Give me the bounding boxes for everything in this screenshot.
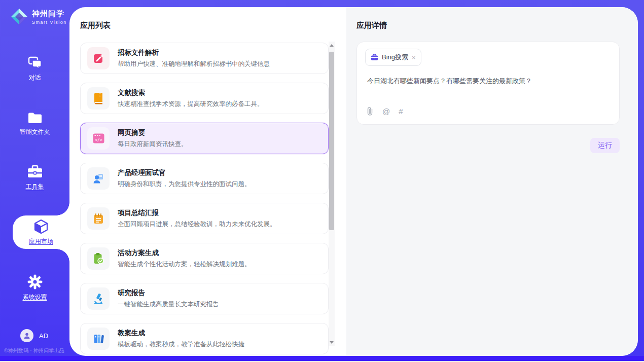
tool-chip-bing-search[interactable]: Bing搜索 × xyxy=(365,49,421,66)
chip-close-icon[interactable]: × xyxy=(412,54,416,61)
sidebar-item-toolset[interactable]: 工具集 xyxy=(0,165,69,191)
app-description: 每日政府新闻资讯快查。 xyxy=(118,140,188,149)
interviewer-icon xyxy=(92,172,104,185)
person-icon xyxy=(23,332,30,339)
cube-icon xyxy=(33,219,49,234)
sidebar-item-smart-folder[interactable]: 智能文件夹 xyxy=(0,112,69,136)
arrow-down-icon xyxy=(330,341,334,344)
app-name: 网页摘要 xyxy=(118,128,188,137)
copyright-text: ©神州数码 · 神州问学出品 xyxy=(0,347,69,354)
app-name: 项目总结汇报 xyxy=(118,208,276,218)
brand-tagline: Smart Vision xyxy=(32,20,67,25)
app-detail-panel: 应用详情 Bing搜索 × 今日湖北有哪些新闻要点？有哪些需要关注的最新政策？ xyxy=(346,7,638,356)
sidebar-item-chat[interactable]: 对话 xyxy=(0,56,69,82)
document-edit-icon xyxy=(92,52,104,64)
scroll-up-button[interactable] xyxy=(329,42,335,49)
app-name: 研究报告 xyxy=(118,288,219,298)
app-card-pm-interviewer[interactable]: 产品经理面试官 明确身份和职责，为您提供专业性的面试问题。 xyxy=(80,163,329,194)
app-detail-title: 应用详情 xyxy=(356,21,387,30)
app-description: 一键智能生成高质量长文本研究报告 xyxy=(118,300,219,309)
app-description: 全面回顾项目进展，总结经验教训，助力未来优化发展。 xyxy=(118,220,276,229)
app-icon-tile xyxy=(87,287,110,310)
sidebar-item-label: 系统设置 xyxy=(23,293,47,302)
list-scrollbar[interactable] xyxy=(329,42,335,346)
app-icon-tile xyxy=(87,87,110,110)
app-card-lesson-plan[interactable]: 教案生成 模板驱动，教案秒成，教学准备从此轻松快捷 xyxy=(80,323,329,354)
app-icon-tile xyxy=(87,207,110,230)
app-description: 帮助用户快速、准确地理解和解析招标书中的关键信息 xyxy=(118,60,270,68)
app-icon-tile xyxy=(87,47,110,69)
sidebar-item-settings[interactable]: 系统设置 xyxy=(0,274,69,302)
prompt-card: Bing搜索 × 今日湖北有哪些新闻要点？有哪些需要关注的最新政策？ @ # xyxy=(356,42,620,125)
app-description: 模板驱动，教案秒成，教学准备从此轻松快捷 xyxy=(118,340,244,349)
browser-code-icon: </> xyxy=(92,133,105,144)
paperclip-icon[interactable] xyxy=(366,107,374,116)
sidebar-item-label: 应用市场 xyxy=(29,237,53,246)
sidebar-item-label: 对话 xyxy=(29,74,41,82)
app-icon-tile xyxy=(87,247,110,270)
app-card-research-report[interactable]: 研究报告 一键智能生成高质量长文本研究报告 xyxy=(80,283,329,314)
diamond-logo-icon xyxy=(10,8,28,26)
app-description: 智能生成个性化活动方案，轻松解决规划难题。 xyxy=(118,260,251,269)
composer-toolbar: @ # xyxy=(366,107,403,116)
microscope-icon xyxy=(92,293,104,305)
app-icon-tile xyxy=(87,167,110,190)
app-name: 文献搜索 xyxy=(118,88,264,97)
book-icon xyxy=(93,92,104,104)
main-content: 应用列表 招标文件解析 帮助用户快速、准确地理解和解析招标书中的关键信息 xyxy=(69,7,638,356)
svg-text:</>: </> xyxy=(95,138,102,142)
app-card-literature-search[interactable]: 文献搜索 快速精准查找学术资源，提高研究效率的必备工具。 xyxy=(80,83,329,114)
toolbox-icon xyxy=(27,165,43,179)
gear-icon xyxy=(27,274,43,289)
app-window: 神州问学 Smart Vision 对话 智能文件夹 xyxy=(0,0,644,362)
books-icon xyxy=(92,333,104,345)
scroll-down-button[interactable] xyxy=(329,339,335,346)
app-icon-tile: </> xyxy=(87,127,110,150)
avatar xyxy=(20,329,33,342)
report-note-icon xyxy=(93,213,104,225)
app-card-bid-document-parsing[interactable]: 招标文件解析 帮助用户快速、准确地理解和解析招标书中的关键信息 xyxy=(80,43,329,74)
app-name: 教案生成 xyxy=(118,329,244,338)
sidebar: 神州问学 Smart Vision 对话 智能文件夹 xyxy=(0,0,69,356)
chat-icon xyxy=(27,56,43,70)
bottom-accent-strip xyxy=(0,356,644,361)
sidebar-item-label: 工具集 xyxy=(26,183,44,191)
app-card-project-summary[interactable]: 项目总结汇报 全面回顾项目进展，总结经验教训，助力未来优化发展。 xyxy=(80,203,329,234)
briefcase-icon xyxy=(371,54,378,61)
app-icon-tile xyxy=(87,328,110,350)
app-card-event-plan[interactable]: 活动方案生成 智能生成个性化活动方案，轻松解决规划难题。 xyxy=(80,243,329,274)
app-name: 活动方案生成 xyxy=(118,248,251,258)
tool-chip-label: Bing搜索 xyxy=(382,53,408,62)
user-account[interactable]: AD xyxy=(20,329,48,342)
app-card-web-summary[interactable]: </> 网页摘要 每日政府新闻资讯快查。 xyxy=(80,123,329,154)
app-list: 招标文件解析 帮助用户快速、准确地理解和解析招标书中的关键信息 文献搜索 xyxy=(80,43,329,354)
scrollbar-thumb[interactable] xyxy=(329,52,334,230)
user-name: AD xyxy=(39,332,48,340)
app-description: 明确身份和职责，为您提供专业性的面试问题。 xyxy=(118,180,251,189)
app-description: 快速精准查找学术资源，提高研究效率的必备工具。 xyxy=(118,100,264,108)
at-icon[interactable]: @ xyxy=(382,107,390,116)
app-name: 招标文件解析 xyxy=(118,48,270,57)
clipboard-check-icon xyxy=(93,252,104,265)
brand-logo: 神州问学 Smart Vision xyxy=(10,8,67,26)
folder-icon xyxy=(27,112,43,124)
sidebar-item-label: 智能文件夹 xyxy=(20,128,50,136)
app-name: 产品经理面试官 xyxy=(118,168,251,177)
app-list-title: 应用列表 xyxy=(80,21,111,30)
brand-name: 神州问学 xyxy=(32,9,67,19)
run-button[interactable]: 运行 xyxy=(590,138,620,153)
hash-icon[interactable]: # xyxy=(399,107,403,116)
sidebar-item-app-market[interactable]: 应用市场 xyxy=(13,215,69,249)
prompt-input[interactable]: 今日湖北有哪些新闻要点？有哪些需要关注的最新政策？ xyxy=(367,77,605,86)
arrow-up-icon xyxy=(330,44,334,47)
